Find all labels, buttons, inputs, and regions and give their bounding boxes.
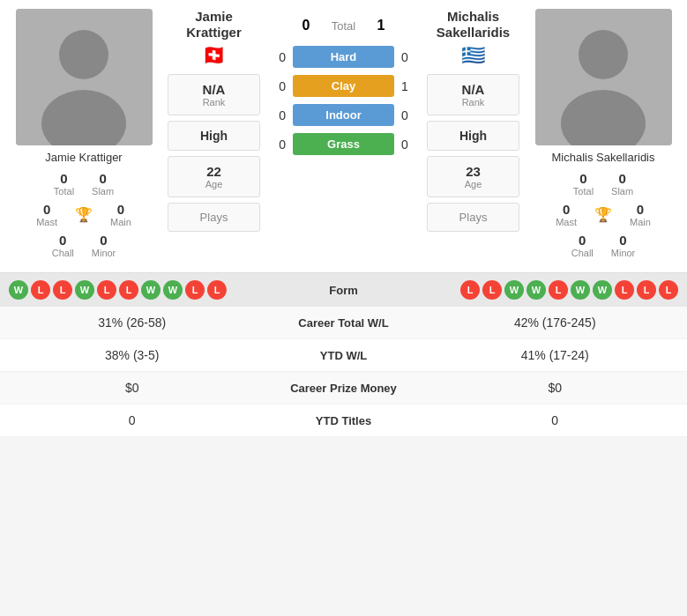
left-player-name: Jamie Krattiger <box>45 151 122 164</box>
stats-row-label: YTD W/L <box>256 349 432 362</box>
right-stat-total: 0 Total <box>573 171 594 197</box>
stats-row: $0 Career Prize Money $0 <box>0 372 687 404</box>
indoor-badge: Indoor <box>293 104 394 126</box>
svg-point-1 <box>59 30 108 79</box>
stats-left-value: $0 <box>9 381 256 395</box>
stats-right-value: 0 <box>432 413 679 427</box>
surface-hard-row: 0 Hard 0 <box>265 46 422 68</box>
right-stat-mast: 0 Mast <box>556 202 577 227</box>
grass-score-right: 0 <box>401 137 422 152</box>
surface-indoor-row: 0 Indoor 0 <box>265 104 422 126</box>
total-label: Total <box>317 19 370 33</box>
total-row: 0 Total 1 <box>265 18 422 33</box>
right-stats-row1: 0 Total 0 Slam <box>573 171 633 197</box>
right-form-badge: L <box>659 280 678 300</box>
right-player-name: Michalis Sakellaridis <box>551 151 654 164</box>
left-stat-total: 0 Total <box>54 171 74 197</box>
right-form-badge: W <box>593 280 612 300</box>
stats-section: 31% (26-58) Career Total W/L 42% (176-24… <box>0 307 687 437</box>
stats-left-value: 0 <box>9 413 256 427</box>
left-name-flag-panel: JamieKrattiger 🇨🇭 N/A Rank High 22 Age P… <box>163 9 265 237</box>
left-stat-main: 0 Main <box>110 202 131 227</box>
right-form-badge: L <box>482 280 502 300</box>
player-comparison-row: Jamie Krattiger 0 Total 0 Slam 0 Mast 🏆 <box>0 0 687 272</box>
grass-badge: Grass <box>293 133 394 155</box>
left-stats-row3: 0 Chall 0 Minor <box>52 233 116 258</box>
stats-right-value: 41% (17-24) <box>432 348 679 362</box>
stats-left-value: 31% (26-58) <box>9 315 256 330</box>
right-form: LLWWLWWLLL <box>388 280 679 300</box>
right-center-name: MichalisSakellaridis <box>437 9 510 41</box>
stats-row-label: YTD Titles <box>256 414 432 427</box>
left-stats-row2: 0 Mast 🏆 0 Main <box>36 202 131 227</box>
left-form-badge: W <box>75 280 94 300</box>
right-player-col: Michalis Sakellaridis 0 Total 0 Slam 0 M… <box>524 9 683 263</box>
left-form-badge: L <box>119 280 138 300</box>
left-form-badge: L <box>185 280 205 300</box>
left-trophy-icon: 🏆 <box>75 206 93 223</box>
right-age-box: 23 Age <box>427 156 519 197</box>
right-stat-main: 0 Main <box>630 202 651 227</box>
right-stat-chall: 0 Chall <box>571 233 594 258</box>
left-form: WLLWLLWWLL <box>9 280 300 300</box>
left-player-avatar <box>16 9 153 145</box>
left-center-name: JamieKrattiger <box>186 9 242 41</box>
form-section: WLLWLLWWLL Form LLWWLWWLLL <box>0 272 687 307</box>
left-form-badge: W <box>9 280 28 300</box>
hard-badge: Hard <box>293 46 394 68</box>
main-container: Jamie Krattiger 0 Total 0 Slam 0 Mast 🏆 <box>0 0 687 437</box>
left-form-badge: W <box>141 280 161 300</box>
left-high-box: High <box>168 121 260 151</box>
right-stats-row2: 0 Mast 🏆 0 Main <box>556 202 651 227</box>
left-stat-chall: 0 Chall <box>52 233 74 258</box>
right-form-badge: L <box>460 280 480 300</box>
right-stat-slam: 0 Slam <box>611 171 633 197</box>
left-form-badge: L <box>207 280 227 300</box>
right-form-badge: L <box>637 280 656 300</box>
hard-score-right: 0 <box>401 50 422 64</box>
surface-grass-row: 0 Grass 0 <box>265 133 422 155</box>
left-flag: 🇨🇭 <box>202 44 226 67</box>
right-rank-box: N/A Rank <box>427 74 519 115</box>
stats-left-value: 38% (3-5) <box>9 348 256 362</box>
left-form-badge: L <box>97 280 116 300</box>
right-trophy-icon: 🏆 <box>594 206 612 223</box>
left-player-col: Jamie Krattiger 0 Total 0 Slam 0 Mast 🏆 <box>4 9 163 263</box>
left-form-badge: W <box>163 280 183 300</box>
stats-right-value: 42% (176-245) <box>432 315 679 330</box>
clay-badge: Clay <box>293 75 394 97</box>
right-player-avatar <box>535 9 672 145</box>
left-plays-box: Plays <box>168 203 260 232</box>
total-score-right: 1 <box>377 18 399 33</box>
surface-clay-row: 0 Clay 1 <box>265 75 422 97</box>
right-plays-box: Plays <box>427 203 519 232</box>
stats-row: 0 YTD Titles 0 <box>0 404 687 437</box>
indoor-score-left: 0 <box>265 108 286 122</box>
hard-score-left: 0 <box>265 50 286 64</box>
stats-row: 31% (26-58) Career Total W/L 42% (176-24… <box>0 307 687 339</box>
left-age-box: 22 Age <box>168 156 260 197</box>
left-form-badge: L <box>53 280 72 300</box>
left-stat-mast: 0 Mast <box>36 202 57 227</box>
right-stat-minor: 0 Minor <box>611 233 636 258</box>
right-name-flag-panel: MichalisSakellaridis 🇬🇷 N/A Rank High 23… <box>422 9 524 237</box>
right-high-box: High <box>427 121 519 151</box>
right-flag: 🇬🇷 <box>461 44 485 67</box>
right-form-badge: L <box>615 280 634 300</box>
right-form-badge: W <box>526 280 546 300</box>
left-stat-minor: 0 Minor <box>92 233 116 258</box>
stats-row-label: Career Total W/L <box>256 316 432 330</box>
indoor-score-right: 0 <box>401 108 422 122</box>
stats-right-value: $0 <box>432 381 679 395</box>
right-stats-row3: 0 Chall 0 Minor <box>571 233 636 258</box>
clay-score-right: 1 <box>401 79 422 93</box>
clay-score-left: 0 <box>265 79 286 93</box>
grass-score-left: 0 <box>265 137 286 152</box>
left-form-badge: L <box>31 280 50 300</box>
total-score-left: 0 <box>289 18 310 33</box>
right-form-badge: W <box>571 280 590 300</box>
svg-point-4 <box>579 30 628 79</box>
stats-row: 38% (3-5) YTD W/L 41% (17-24) <box>0 339 687 372</box>
right-form-badge: W <box>504 280 524 300</box>
stats-row-label: Career Prize Money <box>256 382 432 395</box>
